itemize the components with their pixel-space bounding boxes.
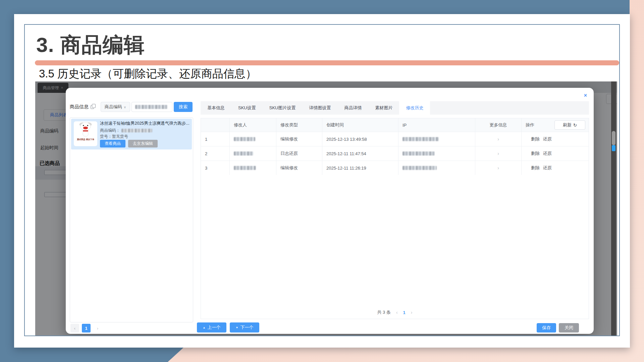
cell-change-type: 编辑修改	[276, 161, 322, 175]
product-name: 冰丝速干短袖t恤男2025男士凉爽透气弹力跑步...	[100, 121, 190, 126]
product-code-row: 商品编码：	[100, 128, 152, 133]
cell-change-type: 日志还原	[276, 146, 322, 161]
cell-modifier	[230, 132, 276, 146]
history-table: 修改人 修改类型 创建时间 IP 更多信息 操作 刷新 ↻	[201, 118, 589, 319]
copy-icon[interactable]	[91, 105, 94, 109]
product-card-buttons: 查看商品 去京东编辑	[100, 140, 158, 147]
chevron-down-icon: ∨	[124, 105, 126, 109]
col-index	[201, 118, 230, 132]
cell-index: 3	[201, 161, 230, 175]
chevron-right-icon: ›	[497, 136, 499, 142]
expand-row-icon[interactable]: ›	[475, 161, 522, 175]
previous-product-label: 上一个	[207, 324, 220, 330]
redacted-product-code	[121, 129, 152, 132]
tab-sku-settings[interactable]: SKU设置	[231, 101, 263, 115]
previous-product-button[interactable]: ▲ 上一个	[197, 322, 226, 333]
table-header-row: 修改人 修改类型 创建时间 IP 更多信息 操作 刷新 ↻	[201, 118, 589, 132]
product-image: 测试商品 请勿下单	[74, 121, 97, 146]
cell-ip	[398, 161, 475, 175]
delete-link[interactable]: 删除	[531, 150, 540, 157]
up-arrow-icon: ▲	[203, 326, 206, 329]
search-type-select[interactable]: 商品编码 ∨	[101, 102, 130, 112]
table-pagination: 共 3 条 ‹ 1 ›	[201, 309, 589, 315]
redacted-ip	[402, 137, 439, 141]
restore-link[interactable]: 还原	[543, 165, 552, 171]
current-page-button[interactable]: 1	[82, 324, 91, 333]
tab-basic-info[interactable]: 基本信息	[201, 101, 231, 115]
tab-detail-image-settings[interactable]: 详情图设置	[302, 101, 337, 115]
expand-row-icon[interactable]: ›	[475, 132, 522, 146]
cell-actions: 删除 还原	[522, 132, 589, 146]
expand-row-icon[interactable]: ›	[475, 146, 522, 161]
tab-product-detail[interactable]: 商品详情	[337, 101, 368, 115]
col-change-type: 修改类型	[276, 118, 322, 132]
jd-edit-button[interactable]: 去京东编辑	[128, 140, 158, 147]
save-button[interactable]: 保存	[537, 323, 556, 333]
product-image-caption: 测试商品 请勿下单	[77, 138, 94, 141]
view-product-button[interactable]: 查看商品	[100, 140, 125, 147]
table-row: 3 编辑修改 2025-12-11 11:26:19 › 删除 还原	[201, 161, 589, 175]
col-created-at: 创建时间	[322, 118, 398, 132]
col-modifier: 修改人	[230, 118, 276, 132]
redacted-modifier	[234, 152, 253, 156]
cell-created-at: 2025-12-11 11:47:54	[322, 146, 398, 161]
cell-change-type: 编辑修改	[276, 132, 322, 146]
next-product-button[interactable]: ▼ 下一个	[230, 322, 259, 333]
next-page-button[interactable]: ›	[411, 310, 413, 315]
redacted-search-value	[135, 105, 167, 109]
total-count-label: 共 3 条	[377, 309, 390, 315]
cell-actions: 删除 还原	[522, 161, 589, 175]
refresh-label: 刷新	[563, 122, 572, 128]
modal-close-icon[interactable]: ×	[584, 93, 587, 99]
down-arrow-icon: ▼	[236, 326, 238, 329]
redacted-ip	[402, 152, 435, 156]
tab-material-images[interactable]: 素材图片	[368, 101, 399, 115]
product-info-label: 商品信息	[70, 104, 89, 110]
page-scrollbar[interactable]	[611, 81, 616, 336]
cell-modifier	[230, 161, 276, 175]
product-article-row: 货号：暂无货号	[100, 134, 128, 139]
search-input[interactable]	[131, 102, 172, 112]
col-actions-label: 操作	[526, 122, 534, 128]
cell-ip	[398, 132, 475, 146]
slide-subtitle: 3.5 历史记录（可删除记录、还原商品信息）	[39, 66, 257, 81]
restore-link[interactable]: 还原	[543, 150, 552, 157]
next-product-label: 下一个	[240, 324, 253, 330]
product-card-selected[interactable]: 测试商品 请勿下单 冰丝速干短袖t恤男2025男士凉爽透气弹力跑步... 商品编…	[71, 119, 192, 149]
product-list-pagination: ‹ 1 ›	[70, 324, 102, 333]
table-row: 1 编辑修改 2025-12-13 13:49:58 › 删除 还原	[201, 132, 589, 146]
redacted-modifier	[234, 166, 256, 170]
close-button[interactable]: 关闭	[559, 323, 579, 333]
slide-title: 3. 商品编辑	[36, 31, 145, 59]
app-screenshot: 商品管理 × 商品列表 商品编码 起始时间 已选商品 选项 ×	[35, 81, 617, 336]
cell-actions: 删除 还原	[522, 146, 589, 161]
col-ip: IP	[398, 118, 475, 132]
tab-sku-image-settings[interactable]: SKU图片设置	[263, 101, 303, 115]
delete-link[interactable]: 删除	[531, 136, 540, 142]
cell-modifier	[230, 146, 276, 161]
redacted-modifier	[234, 137, 255, 141]
scrollbar-thumb[interactable]	[612, 131, 615, 145]
slide-canvas: 3. 商品编辑 3.5 历史记录（可删除记录、还原商品信息） 商品管理 × 商品…	[0, 0, 644, 362]
next-page-button[interactable]: ›	[93, 324, 102, 333]
refresh-button[interactable]: 刷新 ↻	[554, 120, 585, 130]
table-row: 2 日志还原 2025-12-11 11:47:54 › 删除 还原	[201, 146, 589, 161]
delete-link[interactable]: 删除	[531, 165, 540, 171]
detail-tab-bar: 基本信息 SKU设置 SKU图片设置 详情图设置 商品详情 素材图片 修改历史	[201, 101, 589, 115]
refresh-icon: ↻	[573, 123, 577, 128]
col-actions: 操作 刷新 ↻	[522, 118, 589, 132]
prev-page-button[interactable]: ‹	[70, 324, 79, 333]
product-history-modal: × 商品信息 商品编码 ∨ 搜索	[66, 88, 594, 334]
tab-modify-history[interactable]: 修改历史	[399, 101, 430, 115]
redacted-ip	[402, 166, 437, 170]
current-page-button[interactable]: 1	[403, 310, 406, 315]
chevron-right-icon: ›	[497, 151, 499, 156]
product-info-title-row: 商品信息	[70, 104, 94, 110]
restore-link[interactable]: 还原	[543, 136, 552, 142]
cell-index: 1	[201, 132, 230, 146]
search-type-value: 商品编码	[105, 104, 122, 110]
search-button[interactable]: 搜索	[174, 102, 193, 112]
jd-mascot-illustration	[76, 121, 95, 138]
cell-created-at: 2025-12-13 13:49:58	[322, 132, 398, 146]
prev-page-button[interactable]: ‹	[396, 310, 398, 315]
